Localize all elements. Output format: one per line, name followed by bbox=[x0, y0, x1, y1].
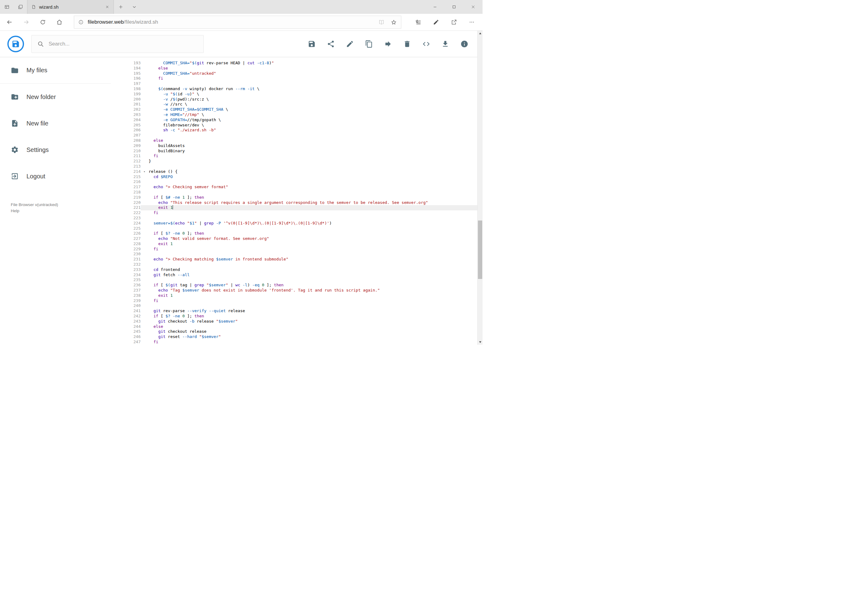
scroll-down-arrow[interactable] bbox=[477, 339, 482, 345]
code-line-202[interactable]: 202 -e COMMIT_SHA=$COMMIT_SHA \ bbox=[111, 107, 477, 112]
code-line-217[interactable]: 217 echo "> Checking semver format" bbox=[111, 184, 477, 190]
code-line-215[interactable]: 215 cd $REPO bbox=[111, 174, 477, 179]
scrollbar-track[interactable] bbox=[477, 36, 482, 339]
close-window-button[interactable] bbox=[463, 0, 482, 14]
code-line-207[interactable]: 207 bbox=[111, 133, 477, 138]
code-line-199[interactable]: 199 -u "$(id -u)" \ bbox=[111, 92, 477, 97]
address-bar[interactable]: filebrowser.web/files/wizard.sh bbox=[74, 16, 401, 28]
search-box[interactable] bbox=[32, 35, 204, 53]
code-line-223[interactable]: 223 bbox=[111, 215, 477, 221]
code-line-193[interactable]: 193 COMMIT_SHA="$(git rev-parse HEAD | c… bbox=[111, 61, 477, 66]
copy-button[interactable] bbox=[365, 40, 373, 48]
tab-close-button[interactable] bbox=[103, 3, 111, 11]
code-line-208[interactable]: 208 else bbox=[111, 138, 477, 143]
code-line-214[interactable]: 214▾release () { bbox=[111, 169, 477, 174]
code-line-196[interactable]: 196 fi bbox=[111, 76, 477, 81]
hub-button[interactable] bbox=[411, 16, 425, 29]
code-line-198[interactable]: 198 $(command -v winpty) docker run --rm… bbox=[111, 86, 477, 92]
edit-button[interactable] bbox=[346, 40, 354, 48]
code-line-218[interactable]: 218 bbox=[111, 190, 477, 195]
code-line-216[interactable]: 216 bbox=[111, 179, 477, 184]
code-line-204[interactable]: 204 -e GOPATH=//tmp/gopath \ bbox=[111, 118, 477, 123]
more-button[interactable] bbox=[465, 16, 479, 29]
code-line-221[interactable]: 221 exit 1 bbox=[111, 205, 477, 211]
move-button[interactable] bbox=[384, 40, 392, 48]
code-line-201[interactable]: 201 -w //src \ bbox=[111, 102, 477, 107]
sidebar-item-new-file[interactable]: New file bbox=[0, 110, 111, 137]
code-line-227[interactable]: 227 echo "Not valid semver format. See s… bbox=[111, 236, 477, 241]
code-line-209[interactable]: 209 buildAssets bbox=[111, 143, 477, 149]
browser-tab[interactable]: wizard.sh bbox=[27, 0, 114, 14]
sidebar-item-settings[interactable]: Settings bbox=[0, 137, 111, 163]
code-line-244[interactable]: 244 else bbox=[111, 324, 477, 329]
refresh-button[interactable] bbox=[36, 16, 50, 29]
code-line-224[interactable]: 224 semver=$(echo "$1" | grep -P '^v(0|[… bbox=[111, 221, 477, 226]
favorite-star-button[interactable] bbox=[388, 17, 400, 28]
code-line-239[interactable]: 239 fi bbox=[111, 298, 477, 303]
maximize-button[interactable] bbox=[444, 0, 463, 14]
scroll-up-arrow[interactable] bbox=[477, 31, 482, 36]
code-line-206[interactable]: 206 sh -c "./wizard.sh -b" bbox=[111, 127, 477, 133]
web-note-button[interactable] bbox=[429, 16, 443, 29]
share-button[interactable] bbox=[327, 40, 335, 48]
code-line-232[interactable]: 232 bbox=[111, 262, 477, 267]
sidebar-item-my-files[interactable]: My files bbox=[0, 57, 111, 84]
code-line-247[interactable]: 247 fi bbox=[111, 339, 477, 345]
back-button[interactable] bbox=[2, 16, 17, 29]
tab-preview-button[interactable] bbox=[0, 0, 14, 14]
code-line-203[interactable]: 203 -e HOME="//tmp" \ bbox=[111, 112, 477, 118]
code-line-236[interactable]: 236 if [ $(git tag | grep "$semver" | wc… bbox=[111, 283, 477, 288]
code-line-222[interactable]: 222 fi bbox=[111, 211, 477, 215]
site-info-button[interactable] bbox=[74, 16, 88, 28]
code-editor[interactable]: 193 COMMIT_SHA="$(git rev-parse HEAD | c… bbox=[111, 57, 477, 345]
code-line-213[interactable]: 213 bbox=[111, 164, 477, 169]
code-line-210[interactable]: 210 buildBinary bbox=[111, 149, 477, 154]
code-line-228[interactable]: 228 exit 1 bbox=[111, 241, 477, 247]
code-line-219[interactable]: 219 if [ $# -ne 1 ]; then bbox=[111, 195, 477, 200]
code-line-234[interactable]: 234 git fetch --all bbox=[111, 272, 477, 278]
code-line-197[interactable]: 197 bbox=[111, 81, 477, 86]
code-line-205[interactable]: 205 filebrowser/dev \ bbox=[111, 123, 477, 128]
code-line-242[interactable]: 242 if [ $? -ne 0 ]; then bbox=[111, 314, 477, 319]
save-button[interactable] bbox=[308, 40, 316, 48]
sidebar-item-logout[interactable]: Logout bbox=[0, 163, 111, 189]
code-line-245[interactable]: 245 git checkout release bbox=[111, 329, 477, 334]
vertical-scrollbar[interactable] bbox=[477, 31, 482, 345]
code-line-195[interactable]: 195 COMMIT_SHA="untracked" bbox=[111, 71, 477, 76]
code-line-240[interactable]: 240 bbox=[111, 303, 477, 308]
forward-button[interactable] bbox=[19, 16, 33, 29]
code-button[interactable] bbox=[422, 40, 430, 48]
minimize-button[interactable] bbox=[425, 0, 444, 14]
code-line-194[interactable]: 194 else bbox=[111, 66, 477, 71]
code-line-233[interactable]: 233 cd frontend bbox=[111, 267, 477, 272]
code-line-225[interactable]: 225 bbox=[111, 226, 477, 231]
new-tab-button[interactable] bbox=[114, 0, 128, 14]
home-button[interactable] bbox=[52, 16, 66, 29]
download-button[interactable] bbox=[441, 40, 449, 48]
code-line-241[interactable]: 241 git rev-parse --verify --quiet relea… bbox=[111, 308, 477, 314]
share-button[interactable] bbox=[447, 16, 461, 29]
code-line-229[interactable]: 229 fi bbox=[111, 247, 477, 252]
fold-arrow-icon[interactable]: ▾ bbox=[144, 170, 145, 174]
code-line-230[interactable]: 230 bbox=[111, 251, 477, 257]
code-line-246[interactable]: 246 git reset --hard "$semver" bbox=[111, 334, 477, 339]
code-line-238[interactable]: 238 exit 1 bbox=[111, 293, 477, 298]
delete-button[interactable] bbox=[403, 40, 411, 48]
code-line-235[interactable]: 235 bbox=[111, 277, 477, 283]
reading-view-button[interactable] bbox=[375, 17, 388, 28]
tab-list-dropdown-button[interactable] bbox=[128, 0, 141, 14]
search-input[interactable] bbox=[49, 41, 198, 47]
code-line-220[interactable]: 220 echo "This release script requires a… bbox=[111, 200, 477, 206]
code-line-226[interactable]: 226 if [ $? -ne 0 ]; then bbox=[111, 231, 477, 236]
sidebar-item-new-folder[interactable]: New folder bbox=[0, 84, 111, 110]
code-line-212[interactable]: 212} bbox=[111, 159, 477, 164]
code-line-237[interactable]: 237 echo "Tag $semver does not exist in … bbox=[111, 288, 477, 293]
scrollbar-thumb[interactable] bbox=[478, 220, 482, 279]
code-line-231[interactable]: 231 echo "> Checking matching $semver in… bbox=[111, 257, 477, 262]
filebrowser-logo[interactable] bbox=[7, 36, 24, 52]
help-link[interactable]: Help bbox=[11, 208, 19, 214]
info-button[interactable] bbox=[460, 40, 468, 48]
code-line-200[interactable]: 200 -v /$(pwd):/src:z \ bbox=[111, 97, 477, 102]
code-line-211[interactable]: 211 fi bbox=[111, 154, 477, 159]
set-tabs-aside-button[interactable] bbox=[14, 0, 27, 14]
